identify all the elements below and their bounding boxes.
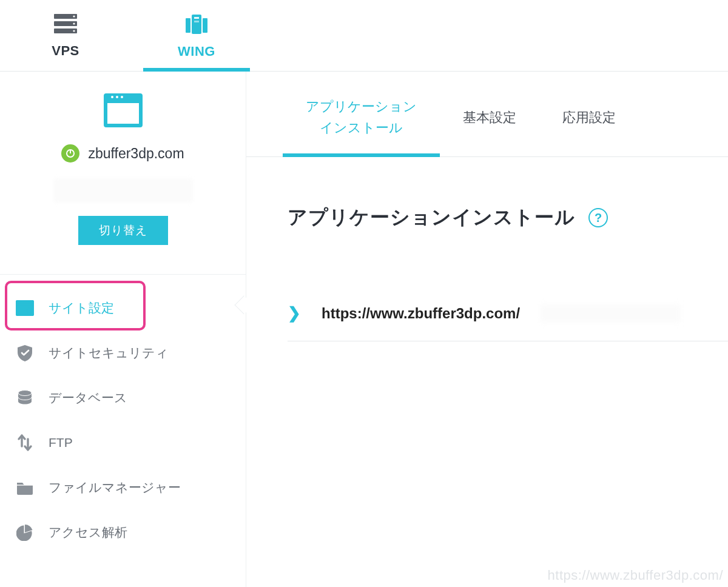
nav-item-file-manager[interactable]: ファイルマネージャー [0, 465, 246, 510]
watermark: https://www.zbuffer3dp.com/ [548, 568, 723, 583]
page-title: アプリケーションインストール [288, 204, 575, 231]
side-nav: サイト設定 サイトセキュリティ データベース FTP [0, 275, 246, 566]
nav-label: データベース [49, 389, 127, 406]
nav-label: サイト設定 [49, 300, 114, 317]
power-icon [61, 144, 79, 163]
site-settings-icon [15, 298, 35, 318]
svg-rect-7 [186, 18, 190, 33]
window-icon [104, 93, 143, 127]
svg-point-15 [27, 308, 32, 313]
nav-item-database[interactable]: データベース [0, 375, 246, 420]
sidebar: zbuffer3dp.com 切り替え サイト設定 サイトセキュリティ [0, 72, 246, 587]
sub-tab-label: 基本設定 [463, 110, 516, 125]
pie-chart-icon [15, 522, 35, 543]
page-title-row: アプリケーションインストール ? [246, 157, 728, 231]
install-item-row[interactable]: ❯ https://www.zbuffer3dp.com/ [288, 304, 728, 341]
site-panel: zbuffer3dp.com 切り替え [0, 72, 246, 275]
chevron-right-icon: ❯ [288, 304, 301, 323]
install-item-url: https://www.zbuffer3dp.com/ [322, 305, 520, 322]
content: アプリケーション インストール 基本設定 応用設定 アプリケーションインストール… [246, 72, 728, 587]
nav-item-site-settings[interactable]: サイト設定 [0, 286, 246, 330]
top-tab-wing[interactable]: WING [131, 0, 262, 71]
nav-item-ftp[interactable]: FTP [0, 420, 246, 465]
svg-rect-9 [194, 17, 199, 19]
svg-rect-8 [203, 18, 207, 33]
nav-label: FTP [49, 435, 73, 450]
help-icon[interactable]: ? [588, 208, 608, 227]
blurred-url-suffix [541, 304, 680, 323]
switch-button[interactable]: 切り替え [78, 216, 168, 245]
nav-label: サイトセキュリティ [49, 344, 169, 361]
sub-tab-label: 応用設定 [562, 110, 616, 125]
top-tabs: VPS WING [0, 0, 728, 72]
wing-icon [183, 12, 211, 36]
svg-point-4 [73, 22, 75, 24]
svg-point-5 [73, 30, 75, 32]
domain-row: zbuffer3dp.com [61, 144, 184, 163]
sub-tab-label: アプリケーション インストール [306, 96, 417, 138]
svg-point-3 [73, 15, 75, 17]
blurred-placeholder [53, 178, 193, 203]
svg-rect-10 [194, 21, 199, 22]
top-tab-vps[interactable]: VPS [0, 0, 131, 71]
nav-item-site-security[interactable]: サイトセキュリティ [0, 330, 246, 375]
ftp-icon [15, 432, 35, 453]
server-icon [52, 13, 79, 36]
sub-tab-advanced-settings[interactable]: 応用設定 [539, 96, 639, 156]
domain-name: zbuffer3dp.com [88, 146, 184, 162]
nav-label: アクセス解析 [49, 524, 127, 541]
sub-tab-basic-settings[interactable]: 基本設定 [440, 96, 539, 156]
nav-label: ファイルマネージャー [49, 479, 181, 496]
sub-tabs: アプリケーション インストール 基本設定 応用設定 [246, 72, 728, 157]
database-icon [15, 387, 35, 408]
top-tab-vps-label: VPS [52, 43, 79, 59]
top-tab-wing-label: WING [178, 44, 215, 59]
nav-item-access-analytics[interactable]: アクセス解析 [0, 510, 246, 555]
shield-check-icon [15, 343, 35, 363]
sub-tab-app-install[interactable]: アプリケーション インストール [283, 96, 440, 156]
folder-icon [15, 477, 35, 498]
